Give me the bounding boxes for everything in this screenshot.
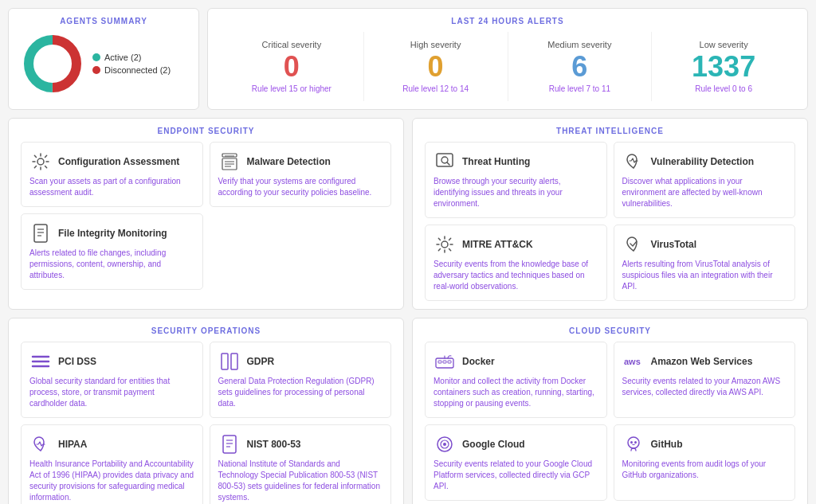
github-desc: Monitoring events from audit logs of you… [622, 459, 787, 481]
svg-rect-33 [443, 361, 446, 363]
google-cloud-desc: Security events related to your Google C… [434, 459, 598, 492]
hipaa-title: HIPAA [58, 439, 87, 450]
active-dot [92, 53, 100, 61]
google-cloud-icon [434, 433, 456, 455]
high-number: 0 [372, 53, 500, 81]
medium-severity[interactable]: Medium severity 6 Rule level 7 to 11 [508, 32, 653, 101]
config-assessment-desc: Scan your assets as part of a configurat… [29, 176, 194, 198]
cloud-security-panel: CLOUD SECURITY Docker [412, 318, 808, 504]
heartbeat-icon [29, 433, 52, 455]
endpoint-cards-grid: Configuration Assessment Scan your asset… [21, 142, 391, 290]
svg-rect-9 [34, 225, 47, 242]
vulnerability-detection-title: Vulnerability Detection [651, 156, 755, 167]
threat-intelligence-title: THREAT INTELLIGENCE [425, 127, 795, 135]
medium-number: 6 [516, 53, 644, 81]
vulnerability-detection-header: Vulnerability Detection [622, 150, 787, 173]
high-sublabel: Rule level 12 to 14 [372, 84, 500, 93]
docker-header: Docker [434, 350, 598, 373]
mitre-attack-title: MITRE ATT&CK [462, 239, 533, 250]
hipaa-card[interactable]: HIPAA Health Insurance Portability and A… [21, 424, 203, 504]
critical-severity[interactable]: Critical severity 0 Rule level 15 or hig… [220, 32, 364, 101]
svg-point-38 [443, 443, 446, 446]
malware-detection-desc: Verify that your systems are configured … [218, 176, 383, 198]
heart-check-icon [622, 233, 645, 256]
mitre-attack-card[interactable]: MITRE ATT&CK Security events from the kn… [425, 225, 607, 301]
virustotal-desc: Alerts resulting from VirusTotal analysi… [622, 259, 787, 292]
agents-summary-title: AGENTS SUMMARY [21, 17, 186, 25]
cloud-security-title: CLOUD SECURITY [425, 326, 795, 335]
gdpr-title: GDPR [247, 356, 275, 367]
svg-rect-22 [223, 436, 236, 453]
svg-point-41 [634, 441, 637, 443]
agents-donut-chart [21, 32, 84, 96]
search-scope-icon [434, 150, 456, 173]
svg-text:aws: aws [624, 357, 641, 366]
alerts-panel: LAST 24 HOURS ALERTS Critical severity 0… [207, 8, 808, 110]
svg-line-15 [447, 162, 449, 165]
endpoint-security-panel: ENDPOINT SECURITY Configuration Assessme… [8, 118, 404, 310]
alerts-grid: Critical severity 0 Rule level 15 or hig… [220, 32, 795, 101]
threat-intelligence-panel: THREAT INTELLIGENCE Threat Hunting Brows… [412, 118, 808, 310]
low-severity[interactable]: Low severity 1337 Rule level 0 to 6 [652, 32, 795, 101]
gdpr-card[interactable]: GDPR General Data Protection Regulation … [210, 342, 392, 418]
config-assessment-card[interactable]: Configuration Assessment Scan your asset… [21, 142, 203, 207]
critical-label: Critical severity [228, 40, 355, 49]
aws-card[interactable]: aws Amazon Web Services Security events … [614, 342, 796, 418]
threat-hunting-card[interactable]: Threat Hunting Browse through your secur… [425, 142, 607, 218]
gear-icon [29, 150, 52, 173]
google-cloud-header: Google Cloud [434, 433, 598, 455]
gear-alt-icon [434, 233, 456, 256]
security-operations-title: SECURITY OPERATIONS [21, 326, 391, 335]
critical-sublabel: Rule level 15 or higher [228, 84, 355, 93]
low-label: Low severity [660, 40, 787, 49]
file-list-icon [29, 222, 52, 244]
svg-point-16 [441, 241, 448, 248]
svg-rect-34 [448, 361, 451, 363]
file-integrity-card[interactable]: File Integrity Monitoring Alerts related… [21, 213, 203, 290]
nist-card[interactable]: NIST 800-53 National Institute of Standa… [210, 424, 392, 504]
vulnerability-detection-card[interactable]: Vulnerability Detection Discover what ap… [614, 142, 796, 218]
active-legend-item: Active (2) [92, 53, 171, 62]
malware-detection-header: Malware Detection [218, 150, 383, 173]
virustotal-title: VirusTotal [651, 239, 697, 250]
nist-title: NIST 800-53 [247, 439, 301, 450]
virustotal-card[interactable]: VirusTotal Alerts resulting from VirusTo… [614, 225, 796, 301]
threat-hunting-desc: Browse through your security alerts, ide… [434, 176, 598, 209]
pci-dss-title: PCI DSS [58, 356, 96, 367]
threat-hunting-header: Threat Hunting [434, 150, 598, 173]
low-sublabel: Rule level 0 to 6 [660, 84, 787, 93]
aws-icon: aws [622, 350, 645, 373]
low-number: 1337 [660, 53, 787, 81]
high-severity[interactable]: High severity 0 Rule level 12 to 14 [364, 32, 508, 101]
github-card[interactable]: GitHub Monitoring events from audit logs… [614, 424, 796, 501]
shield-check-icon [218, 150, 241, 173]
google-cloud-card[interactable]: Google Cloud Security events related to … [425, 424, 607, 501]
active-label: Active (2) [104, 53, 141, 62]
threat-hunting-title: Threat Hunting [462, 156, 530, 167]
medium-sublabel: Rule level 7 to 11 [516, 84, 644, 93]
vulnerability-detection-desc: Discover what applications in your envir… [622, 176, 787, 209]
disconnected-dot [92, 66, 100, 74]
pci-dss-header: PCI DSS [29, 350, 194, 373]
google-cloud-title: Google Cloud [462, 439, 525, 450]
columns-icon [218, 350, 241, 373]
docker-title: Docker [462, 356, 495, 367]
medium-label: Medium severity [516, 40, 644, 49]
mitre-attack-header: MITRE ATT&CK [434, 233, 598, 256]
heart-pulse-icon [622, 150, 645, 173]
agents-legend: Active (2) Disconnected (2) [92, 53, 171, 75]
docker-card[interactable]: Docker Monitor and collect the activity … [425, 342, 607, 418]
docker-desc: Monitor and collect the activity from Do… [434, 376, 598, 409]
aws-header: aws Amazon Web Services [622, 350, 787, 373]
config-assessment-header: Configuration Assessment [29, 150, 194, 173]
malware-detection-card[interactable]: Malware Detection Verify that your syste… [210, 142, 392, 207]
pci-dss-desc: Global security standard for entities th… [29, 376, 194, 409]
pci-dss-card[interactable]: PCI DSS Global security standard for ent… [21, 342, 203, 418]
virustotal-header: VirusTotal [622, 233, 787, 256]
mitre-attack-desc: Security events from the knowledge base … [434, 259, 598, 292]
nist-desc: National Institute of Standards and Tech… [218, 459, 383, 503]
agents-summary-panel: AGENTS SUMMARY Active (2) [8, 8, 199, 110]
docker-icon [434, 350, 456, 373]
svg-rect-21 [231, 354, 237, 369]
github-title: GitHub [651, 439, 683, 450]
